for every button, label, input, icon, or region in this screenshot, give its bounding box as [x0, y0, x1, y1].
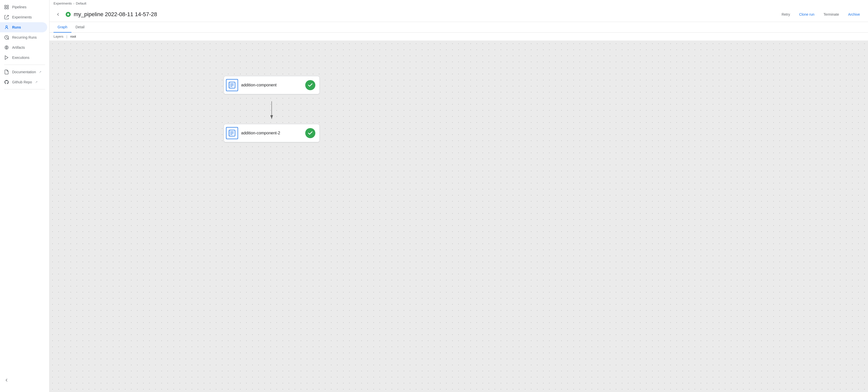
runs-icon — [4, 25, 9, 30]
artifacts-icon — [4, 45, 9, 50]
page-title: my_pipeline 2022-08-11 14-57-28 — [74, 11, 157, 18]
node-status-success-1 — [305, 80, 315, 90]
graph-canvas[interactable]: addition-component addition-component-2 — [50, 41, 868, 392]
retry-button[interactable]: Retry — [780, 11, 792, 18]
svg-rect-0 — [5, 5, 6, 7]
sidebar-collapse-button[interactable] — [0, 375, 49, 386]
header-actions: Retry Clone run Terminate Archive — [780, 11, 862, 18]
sidebar-item-label: Artifacts — [12, 46, 25, 50]
github-icon — [4, 80, 9, 85]
sidebar-item-label: Github Repo — [12, 80, 32, 84]
sidebar-item-label: Executions — [12, 56, 29, 60]
svg-rect-1 — [7, 5, 8, 7]
sidebar-item-documentation[interactable]: Documentation ↗ — [0, 67, 47, 77]
breadcrumb-separator: › — [73, 1, 74, 5]
svg-rect-22 — [229, 130, 230, 136]
node-list-icon-2 — [228, 129, 236, 137]
sidebar-item-label: Runs — [12, 25, 21, 29]
svg-point-7 — [6, 47, 7, 48]
pipeline-node-1[interactable]: addition-component — [224, 76, 320, 94]
recurring-runs-icon — [4, 35, 9, 40]
header-left: my_pipeline 2022-08-11 14-57-28 — [54, 10, 157, 19]
connector-svg — [50, 41, 868, 392]
external-link-icon-2: ↗ — [35, 80, 38, 84]
executions-icon — [4, 55, 9, 60]
sidebar-item-label: Recurring Runs — [12, 35, 37, 39]
svg-rect-2 — [7, 7, 8, 9]
pipeline-icon — [4, 4, 9, 9]
node-icon-box-1 — [226, 79, 238, 91]
tab-graph[interactable]: Graph — [54, 22, 71, 33]
sidebar-item-label: Experiments — [12, 15, 32, 19]
svg-line-4 — [6, 16, 8, 18]
breadcrumb-experiments[interactable]: Experiments — [54, 1, 72, 5]
node-list-icon-1 — [228, 81, 236, 89]
layers-label: Layers — [54, 35, 63, 38]
breadcrumb-default: Default — [76, 1, 86, 5]
back-button[interactable] — [54, 10, 63, 19]
svg-rect-3 — [5, 7, 6, 9]
clone-run-button[interactable]: Clone run — [797, 11, 816, 18]
tab-detail[interactable]: Detail — [71, 22, 89, 33]
experiments-icon — [4, 14, 9, 20]
archive-button[interactable]: Archive — [846, 11, 862, 18]
layer-current[interactable]: root — [70, 35, 76, 38]
chevron-left-icon — [4, 378, 9, 384]
sidebar-item-executions[interactable]: Executions — [0, 53, 47, 63]
checkmark-icon-1 — [308, 82, 313, 88]
sidebar-divider-1 — [4, 65, 45, 65]
pipeline-node-2[interactable]: addition-component-2 — [224, 124, 320, 142]
doc-icon — [4, 69, 9, 74]
node-status-success-2 — [305, 128, 315, 138]
sidebar-item-label: Documentation — [12, 70, 36, 74]
sidebar-item-recurring-runs[interactable]: Recurring Runs — [0, 32, 47, 42]
sidebar-item-runs[interactable]: Runs — [0, 22, 47, 32]
layer-separator: | — [66, 35, 67, 38]
sidebar-item-label: Pipelines — [12, 5, 27, 9]
node-label-1: addition-component — [241, 83, 302, 87]
tabs-bar: Graph Detail — [50, 22, 868, 33]
svg-point-5 — [6, 26, 7, 27]
external-link-icon: ↗ — [39, 70, 41, 74]
sidebar-item-artifacts[interactable]: Artifacts — [0, 42, 47, 53]
status-dot-success — [66, 12, 71, 17]
checkmark-icon-2 — [308, 130, 313, 136]
terminate-button[interactable]: Terminate — [822, 11, 841, 18]
sidebar-item-experiments[interactable]: Experiments — [0, 12, 47, 22]
page-header: my_pipeline 2022-08-11 14-57-28 Retry Cl… — [50, 7, 868, 22]
layer-bar: Layers | root — [50, 33, 868, 41]
main-content: Experiments › Default my_pipeline 2022-0… — [50, 0, 868, 392]
sidebar-item-github-repo[interactable]: Github Repo ↗ — [0, 77, 47, 87]
sidebar: Pipelines Experiments Runs — [0, 0, 50, 392]
node-label-2: addition-component-2 — [241, 131, 302, 135]
svg-marker-11 — [5, 56, 8, 60]
sidebar-item-pipelines[interactable]: Pipelines — [0, 2, 47, 12]
svg-rect-17 — [229, 82, 230, 88]
node-icon-box-2 — [226, 127, 238, 139]
